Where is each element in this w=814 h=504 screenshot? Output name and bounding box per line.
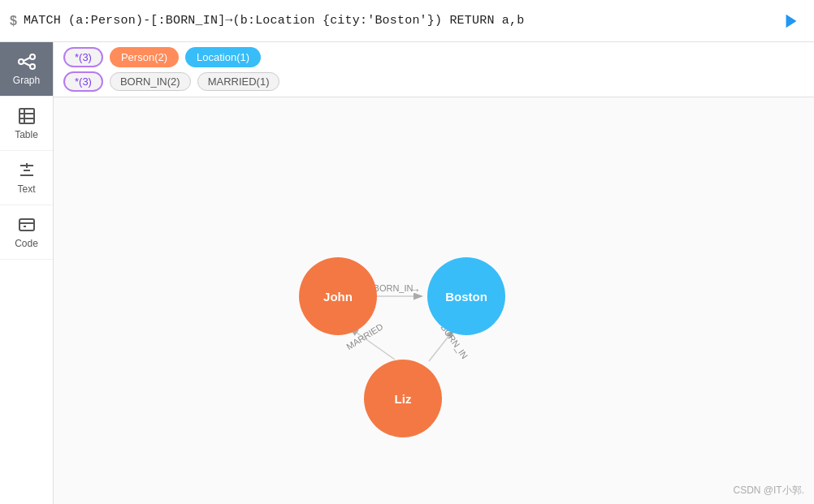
rel-filter-row: *(3) BORN_IN(2) MARRIED(1) <box>63 71 804 92</box>
node-filter-row: *(3) Person(2) Location(1) <box>63 47 804 67</box>
sidebar-item-table[interactable]: Table <box>0 97 53 151</box>
filter-all-rels[interactable]: *(3) <box>63 71 103 92</box>
node-liz-label: Liz <box>395 392 412 406</box>
svg-line-4 <box>24 58 30 61</box>
filter-all-nodes[interactable]: *(3) <box>63 47 103 67</box>
node-john-label: John <box>323 290 353 304</box>
query-dollar: $ <box>10 14 17 28</box>
svg-point-1 <box>19 59 24 64</box>
filter-person[interactable]: Person(2) <box>110 47 179 67</box>
filter-born-in[interactable]: BORN_IN(2) <box>110 72 191 91</box>
sidebar-item-text[interactable]: Text <box>0 151 53 205</box>
edge-john-boston-label: BORN_IN <box>374 283 413 293</box>
filter-married[interactable]: MARRIED(1) <box>197 72 280 91</box>
query-bar: $ MATCH (a:Person)-[:BORN_IN]→(b:Locatio… <box>0 0 814 42</box>
filter-bar: *(3) Person(2) Location(1) *(3) BORN_IN(… <box>54 42 814 97</box>
sidebar-item-code[interactable]: Code <box>0 205 53 260</box>
svg-point-3 <box>30 64 35 69</box>
svg-point-2 <box>30 54 35 59</box>
svg-rect-14 <box>19 219 34 230</box>
sidebar-text-label: Text <box>17 183 35 195</box>
main-layout: Graph Table Text <box>0 42 814 504</box>
graph-area: BORN_IN → MARRIED BORN_IN John Boston Li… <box>54 97 814 504</box>
svg-rect-6 <box>19 109 34 123</box>
sidebar-item-graph[interactable]: Graph <box>0 42 53 97</box>
svg-marker-0 <box>786 14 797 28</box>
svg-text:→: → <box>409 283 421 296</box>
filter-location[interactable]: Location(1) <box>185 47 261 67</box>
graph-svg: BORN_IN → MARRIED BORN_IN John Boston Li… <box>54 97 814 504</box>
svg-line-5 <box>24 62 30 66</box>
run-button[interactable] <box>778 8 804 34</box>
content-area: *(3) Person(2) Location(1) *(3) BORN_IN(… <box>54 42 814 504</box>
sidebar-table-label: Table <box>15 129 38 140</box>
sidebar-code-label: Code <box>15 238 38 249</box>
query-text: MATCH (a:Person)-[:BORN_IN]→(b:Location … <box>24 14 778 28</box>
sidebar-graph-label: Graph <box>13 75 40 86</box>
sidebar: Graph Table Text <box>0 42 54 504</box>
watermark: CSDN @IT小郭. <box>733 484 804 498</box>
node-boston-label: Boston <box>445 290 487 304</box>
